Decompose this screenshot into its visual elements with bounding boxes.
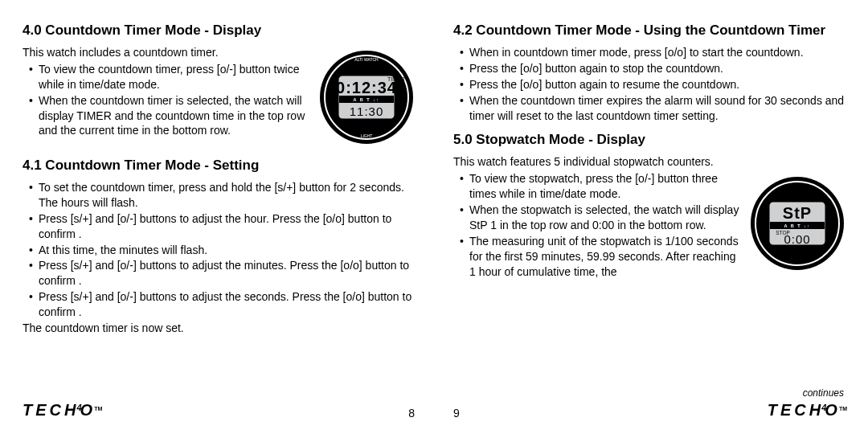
watch-timer-illustration: ALTI WATCH LIGHT TIMER 0:12:34 A B T ↓↑ …: [318, 45, 415, 149]
list-item: Press [s/+] and [o/-] buttons to adjust …: [29, 211, 415, 242]
svg-text:A  B  T ↓↑: A B T ↓↑: [353, 97, 379, 102]
page-number: 8: [408, 407, 415, 420]
list-item: When the stopwatch is selected, the watc…: [460, 203, 741, 233]
page-number: 9: [453, 407, 460, 420]
page-left: 4.0 Countdown Timer Mode - Display This …: [0, 0, 434, 434]
list-item: To view the stopwatch, press the [o/-] b…: [460, 171, 741, 202]
watch-stopwatch-illustration: StP A B T ↓↑ STOP 0:00: [749, 171, 845, 276]
svg-text:ALTI   WATCH: ALTI WATCH: [354, 57, 379, 62]
list-item: When in countdown timer mode, press [o/o…: [460, 45, 845, 60]
list-item: When the countdown timer expires the ala…: [460, 93, 845, 124]
bullets-4-2: When in countdown timer mode, press [o/o…: [453, 45, 845, 124]
brand-logo: TECH4OTM: [23, 401, 100, 420]
bullets-4-1: To set the countdown timer, press and ho…: [23, 180, 415, 321]
heading-4-1: 4.1 Countdown Timer Mode - Setting: [23, 158, 415, 174]
list-item: Press the [o/o] button again to stop the…: [460, 61, 845, 76]
svg-text:0:00: 0:00: [784, 232, 810, 246]
list-item: When the countdown timer is selected, th…: [29, 93, 310, 139]
bullets-5-0: To view the stopwatch, press the [o/-] b…: [453, 171, 741, 279]
intro-4-0: This watch includes a countdown timer.: [23, 45, 310, 60]
svg-text:A  B  T ↓↑: A B T ↓↑: [784, 223, 810, 228]
list-item: At this time, the minutes will flash.: [29, 243, 415, 258]
list-item: The measuring unit of the stopwatch is 1…: [460, 234, 741, 280]
continues-label: continues: [803, 387, 844, 399]
heading-5-0: 5.0 Stopwatch Mode - Display: [453, 132, 845, 148]
svg-text:0:12:34: 0:12:34: [336, 79, 397, 96]
list-item: Press [s/+] and [o/-] buttons to adjust …: [29, 258, 415, 289]
list-item: Press [s/+] and [o/-] buttons to adjust …: [29, 289, 415, 320]
heading-4-0: 4.0 Countdown Timer Mode - Display: [23, 23, 415, 39]
outro-4-1: The countdown timer is now set.: [23, 321, 415, 336]
bullets-4-0: To view the countdown timer, press [o/-]…: [23, 62, 310, 138]
intro-5-0: This watch features 5 individual stopwat…: [453, 154, 845, 170]
list-item: To view the countdown timer, press [o/-]…: [29, 62, 310, 92]
brand-logo: TECH4OTM: [768, 401, 845, 420]
svg-text:StP: StP: [783, 204, 812, 222]
svg-text:LIGHT: LIGHT: [361, 133, 373, 138]
list-item: Press the [o/o] button again to resume t…: [460, 77, 845, 92]
list-item: To set the countdown timer, press and ho…: [29, 180, 415, 211]
page-right: 4.2 Countdown Timer Mode - Using the Cou…: [434, 0, 868, 434]
svg-text:11:30: 11:30: [350, 104, 384, 118]
heading-4-2: 4.2 Countdown Timer Mode - Using the Cou…: [453, 23, 845, 39]
